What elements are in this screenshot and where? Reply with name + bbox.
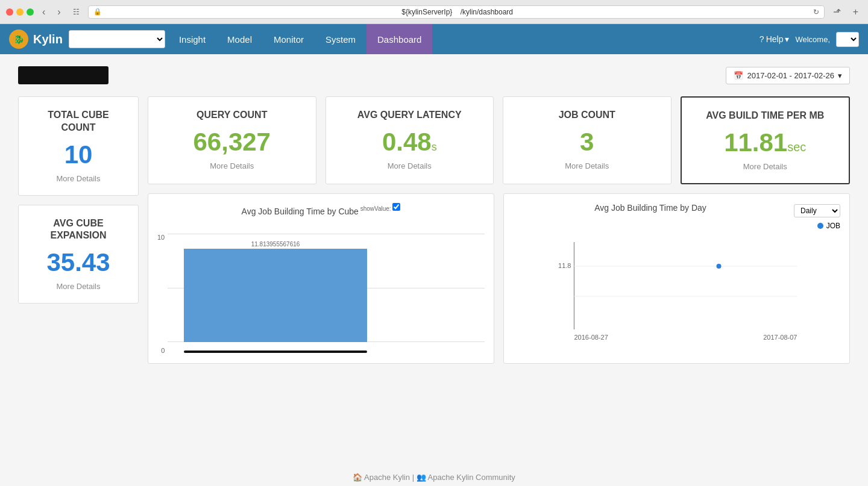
avg-latency-card: AVG QUERY LATENCY 0.48s More Details [326,96,494,184]
data-point [717,264,722,269]
charts-row: Avg Job Building Time by Cube showValue:… [148,193,850,364]
line-chart-legend: JOB [513,222,840,230]
welcome-text: Welcome, [795,35,830,44]
job-count-value: 3 [515,128,659,157]
brand-logo: 🐉 [9,30,28,49]
help-button[interactable]: ? Help ▾ [760,34,790,44]
line-chart-period-select[interactable]: Daily Weekly Monthly [794,204,840,217]
bar-chart-y-axis: 10 0 [157,234,165,354]
avg-cube-value: 35.43 [31,248,126,277]
navbar: 🐉 Kylin Insight Model Monitor System Das… [0,24,868,54]
y-axis-bottom: 0 [157,347,165,354]
reload-button[interactable]: ↻ [813,8,819,16]
avg-cube-label: AVG CUBE EXPANSION [31,217,126,243]
bar-x-label [184,350,368,353]
main-content: 📅 2017-02-01 - 2017-02-26 ▾ TOTAL CUBE C… [0,54,868,464]
total-cube-more-details[interactable]: More Details [31,174,126,183]
query-count-more-details[interactable]: More Details [160,161,304,170]
nav-monitor[interactable]: Monitor [263,24,315,54]
footer-community-icon: 👥 [417,473,426,482]
line-chart-card: Avg Job Building Time by Day Daily Weekl… [503,193,850,364]
calendar-icon: 📅 [734,71,743,80]
avg-latency-value: 0.48s [338,128,482,157]
show-value-label: showValue: [359,205,401,212]
back-button[interactable]: ‹ [39,5,49,19]
avg-cube-expansion-card: AVG CUBE EXPANSION 35.43 More Details [18,205,139,304]
bar-chart-area: 11.813955567616 [168,234,485,354]
nav-system[interactable]: System [315,24,366,54]
x-label-box [184,350,368,353]
svg-text:11.8: 11.8 [558,262,571,269]
footer: 🏠 Apache Kylin | 👥 Apache Kylin Communit… [0,464,868,486]
bar-chart-card: Avg Job Building Time by Cube showValue:… [148,193,494,364]
avg-build-value: 11.81sec [694,128,837,157]
navbar-right: ? Help ▾ Welcome, [760,32,859,47]
close-window-button[interactable] [6,8,13,16]
footer-home-icon: 🏠 [353,473,362,482]
query-count-label: QUERY COUNT [160,109,304,122]
apache-kylin-community-link[interactable]: Apache Kylin Community [428,473,515,482]
new-tab-button[interactable]: + [849,5,862,19]
total-cube-label: TOTAL CUBE COUNT [31,109,126,134]
maximize-window-button[interactable] [27,8,34,16]
url-text: ${kylinServerIp} /kylin/dashboard [105,8,810,16]
svg-text:2017-08-07: 2017-08-07 [763,334,797,341]
bar-value-label: 11.813955567616 [251,241,300,248]
avg-build-more-details[interactable]: More Details [694,162,837,171]
line-chart-title: Avg Job Building Time by Day [513,203,788,213]
avg-latency-label: AVG QUERY LATENCY [338,109,482,122]
forward-button[interactable]: › [54,5,64,19]
nav-insight[interactable]: Insight [168,24,216,54]
job-count-card: JOB COUNT 3 More Details [503,96,671,184]
address-bar[interactable]: 🔒 ${kylinServerIp} /kylin/dashboard ↻ [88,5,825,19]
apache-kylin-link[interactable]: Apache Kylin [364,473,410,482]
avg-build-time-card: AVG BUILD TIME PER MB 11.81sec More Deta… [681,96,851,184]
job-count-more-details[interactable]: More Details [515,161,659,170]
help-chevron-icon: ▾ [785,34,789,44]
page-title [18,66,108,84]
line-chart-svg: 11.8 2016-08-27 2017-08-07 [513,236,840,344]
legend-label: JOB [826,222,840,230]
nav-dashboard[interactable]: Dashboard [366,24,432,54]
project-selector[interactable] [69,30,165,48]
y-axis-top: 10 [157,234,165,241]
query-count-card: QUERY COUNT 66,327 More Details [148,96,316,184]
brand-name: Kylin [33,33,63,46]
left-column: TOTAL CUBE COUNT 10 More Details AVG CUB… [18,96,139,373]
browser-chrome: ‹ › ☷ 🔒 ${kylinServerIp} /kylin/dashboar… [0,0,868,24]
svg-text:2016-08-27: 2016-08-27 [574,334,608,341]
reader-button[interactable]: ☷ [69,7,83,17]
bar-chart-title: Avg Job Building Time by Cube showValue: [157,203,485,216]
query-count-value: 66,327 [160,128,304,157]
nav-model[interactable]: Model [216,24,263,54]
top-stats-row: QUERY COUNT 66,327 More Details AVG QUER… [148,96,850,184]
page-header: 📅 2017-02-01 - 2017-02-26 ▾ [18,66,850,84]
brand: 🐉 Kylin [9,30,63,49]
bar-element [184,249,368,342]
minimize-window-button[interactable] [16,8,24,16]
lock-icon: 🔒 [93,8,102,16]
user-dropdown[interactable] [836,32,859,47]
job-count-label: JOB COUNT [515,109,659,122]
footer-separator: | [412,473,414,482]
date-range-picker[interactable]: 📅 2017-02-01 - 2017-02-26 ▾ [726,67,850,84]
total-cube-count-card: TOTAL CUBE COUNT 10 More Details [18,96,139,196]
date-range-text: 2017-02-01 - 2017-02-26 [747,71,834,80]
date-chevron-icon: ▾ [838,71,842,80]
avg-latency-more-details[interactable]: More Details [338,161,482,170]
nav-links: Insight Model Monitor System Dashboard [168,24,433,54]
right-section: QUERY COUNT 66,327 More Details AVG QUER… [148,96,850,373]
legend-dot [817,223,823,229]
avg-build-label: AVG BUILD TIME PER MB [694,110,837,122]
share-button[interactable]: ⬏ [829,5,844,19]
bar-chart-container: 10 0 11.8139555676 [157,222,485,354]
help-icon: ? [760,34,764,44]
window-controls [6,8,34,16]
show-value-checkbox[interactable] [392,203,400,211]
total-cube-value: 10 [31,140,126,169]
chart-svg-container: 11.8 2016-08-27 2017-08-07 [513,236,840,346]
avg-cube-more-details[interactable]: More Details [31,282,126,291]
content-layout: TOTAL CUBE COUNT 10 More Details AVG CUB… [18,96,850,373]
